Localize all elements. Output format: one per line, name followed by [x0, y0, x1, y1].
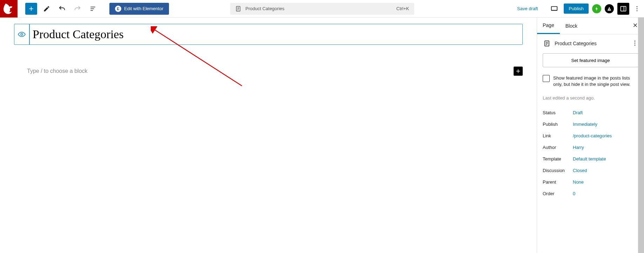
- featured-image-checkbox-label: Show featured image in the posts lists o…: [553, 75, 638, 88]
- page-icon: [235, 6, 241, 12]
- svg-point-6: [21, 33, 23, 35]
- sidebar-tabs: Page Block: [537, 18, 644, 34]
- featured-image-checkbox[interactable]: [543, 75, 550, 82]
- svg-rect-2: [621, 6, 626, 11]
- outline-icon[interactable]: [87, 3, 99, 15]
- parent-label: Parent: [543, 179, 573, 185]
- order-value[interactable]: 0: [573, 191, 575, 196]
- scrollbar[interactable]: [638, 18, 644, 253]
- settings-sidebar: Page Block Product Categories Set featur…: [537, 18, 644, 253]
- svg-point-11: [635, 45, 636, 45]
- astra-icon[interactable]: [605, 4, 614, 13]
- editor-canvas: Type / to choose a block: [0, 18, 537, 253]
- placeholder-text: Type / to choose a block: [27, 68, 88, 74]
- elementor-label: Edit with Elementor: [124, 6, 163, 11]
- svg-point-3: [637, 6, 638, 7]
- tab-block[interactable]: Block: [560, 18, 583, 34]
- publish-button[interactable]: Publish: [564, 4, 589, 14]
- svg-point-5: [637, 10, 638, 11]
- site-logo[interactable]: [0, 0, 18, 18]
- set-featured-image-button[interactable]: Set featured image: [543, 53, 638, 67]
- svg-rect-1: [551, 6, 557, 10]
- top-toolbar: E Edit with Elementor Product Categories…: [0, 0, 644, 18]
- elementor-icon: E: [115, 6, 121, 12]
- publish-label: Publish: [543, 122, 573, 127]
- svg-point-9: [635, 40, 636, 41]
- order-label: Order: [543, 191, 573, 196]
- redo-icon: [72, 3, 83, 15]
- sidebar-more-icon[interactable]: [631, 40, 638, 48]
- inline-add-block-button[interactable]: [514, 67, 523, 76]
- tab-page[interactable]: Page: [537, 18, 560, 34]
- parent-value[interactable]: None: [573, 179, 584, 185]
- author-value[interactable]: Harry: [573, 145, 584, 150]
- command-center-title: Product Categories: [245, 6, 284, 11]
- undo-icon[interactable]: [56, 3, 68, 15]
- preview-icon[interactable]: [548, 3, 560, 15]
- last-edited-text: Last edited a second ago.: [543, 95, 638, 101]
- top-right-actions: Save draft Publish: [514, 3, 644, 15]
- sidebar-content: Product Categories Set featured image Sh…: [537, 34, 644, 204]
- edit-mode-icon[interactable]: [41, 3, 53, 15]
- author-label: Author: [543, 145, 573, 150]
- edit-with-elementor-button[interactable]: E Edit with Elementor: [109, 3, 169, 15]
- command-center-shortcut: Ctrl+K: [396, 6, 409, 11]
- settings-panel-toggle[interactable]: [617, 3, 629, 15]
- jetpack-icon[interactable]: [592, 4, 601, 13]
- link-value[interactable]: /product-categories: [573, 133, 612, 138]
- discussion-label: Discussion: [543, 168, 573, 173]
- sidebar-page-title: Product Categories: [555, 41, 597, 46]
- status-label: Status: [543, 110, 573, 115]
- discussion-value[interactable]: Closed: [573, 168, 587, 173]
- visibility-icon[interactable]: [14, 24, 30, 45]
- publish-value[interactable]: Immediately: [573, 122, 597, 127]
- svg-point-4: [637, 8, 638, 9]
- command-center-button[interactable]: Product Categories Ctrl+K: [230, 3, 414, 15]
- status-value[interactable]: Draft: [573, 110, 583, 115]
- link-label: Link: [543, 133, 573, 138]
- template-label: Template: [543, 156, 573, 162]
- template-value[interactable]: Default template: [573, 156, 606, 162]
- empty-block-placeholder[interactable]: Type / to choose a block: [14, 67, 523, 76]
- post-title-block: [14, 24, 523, 45]
- save-draft-button[interactable]: Save draft: [514, 4, 541, 13]
- page-icon: [543, 39, 551, 48]
- more-menu-icon[interactable]: [633, 3, 641, 15]
- post-title-input[interactable]: [30, 24, 522, 45]
- scrollbar-thumb[interactable]: [638, 18, 644, 253]
- add-block-button[interactable]: [25, 3, 37, 15]
- svg-point-10: [635, 42, 636, 43]
